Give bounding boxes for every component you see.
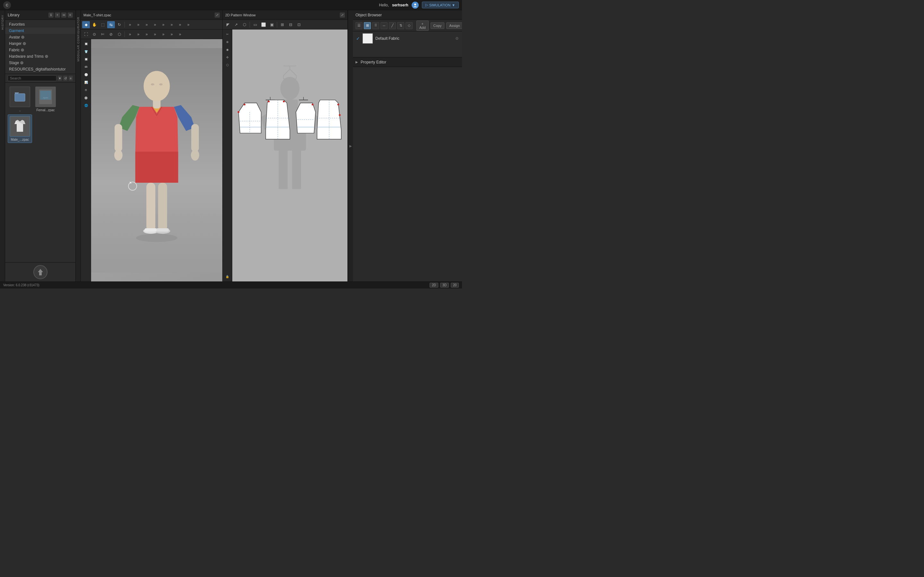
tool-b2[interactable]: »	[134, 31, 142, 38]
library-header: Library ℹ + ⇔ ≡	[5, 10, 75, 20]
history-label: HISTORY	[1, 15, 4, 30]
tool-rect-select[interactable]: ⬚	[99, 21, 107, 28]
btn-20[interactable]: 20	[451, 283, 459, 287]
search-input[interactable]	[8, 75, 57, 81]
tool-t4[interactable]: »	[151, 21, 159, 28]
pt-square[interactable]: ⬜	[260, 21, 267, 28]
tool-t2[interactable]: »	[134, 21, 142, 28]
library-item-parent[interactable]: ..	[8, 85, 32, 113]
library-item-male[interactable]: Male_...zpac	[8, 114, 32, 143]
plt-4[interactable]: ✣	[224, 54, 231, 61]
lt3d-4[interactable]: 🕶	[82, 63, 90, 71]
btn-3d[interactable]: 3D	[440, 283, 449, 287]
plt-5[interactable]: ⬡	[224, 61, 231, 69]
pt-rect[interactable]: ▭	[251, 21, 259, 28]
lt3d-6[interactable]: 📊	[82, 79, 90, 86]
sidebar-item-garment[interactable]: Garment	[5, 27, 75, 34]
library-info-btn[interactable]: ℹ	[48, 13, 53, 18]
right-expand-btn[interactable]: ▶	[348, 10, 353, 282]
tool-a5[interactable]: ⬡	[115, 31, 123, 38]
tool-rotate[interactable]: ↻	[115, 21, 123, 28]
tool-t5[interactable]: »	[160, 21, 167, 28]
btn-2d[interactable]: 2D	[430, 283, 438, 287]
library-expand-btn[interactable]: ⇔	[61, 13, 66, 18]
ob-diagonal-icon[interactable]: ╱	[389, 22, 396, 29]
lt3d-7[interactable]: ⟰	[82, 87, 90, 93]
pt-arrow[interactable]: ↗	[232, 21, 240, 28]
tool-t7[interactable]: »	[176, 21, 184, 28]
svg-point-0	[414, 3, 416, 5]
tool-t8[interactable]: »	[184, 21, 192, 28]
ob-dots-icon[interactable]: ⠿	[372, 22, 379, 29]
add-button[interactable]: + Add	[417, 21, 429, 31]
sidebar-item-hanger[interactable]: Hanger ⓘ	[5, 40, 75, 47]
tool-a2[interactable]: ⊙	[90, 31, 98, 38]
hardware-info-dot: ⓘ	[45, 55, 48, 58]
sidebar-item-fabric[interactable]: Fabric ⓘ	[5, 47, 75, 53]
list-view-btn[interactable]: ≡	[69, 76, 73, 81]
plt-2[interactable]: ⊕	[224, 39, 231, 45]
sidebar-item-avatar[interactable]: Avatar ⓘ	[5, 34, 75, 40]
tool-b1[interactable]: »	[126, 31, 134, 38]
pt-grid[interactable]: ▣	[268, 21, 276, 28]
copy-button[interactable]: Copy	[431, 23, 445, 29]
refresh-btn[interactable]: ↺	[63, 76, 67, 81]
pt-plus[interactable]: ⊞	[278, 21, 286, 28]
ob-grid-icon[interactable]: ⊞	[364, 22, 371, 29]
pattern-expand-btn[interactable]: ⤢	[340, 13, 345, 18]
sidebar-item-favorites[interactable]: Favorites	[5, 21, 75, 27]
simulation-button[interactable]: ▷ SIMULATION ▼	[422, 2, 459, 8]
tool-b4[interactable]: »	[151, 31, 159, 38]
ob-list-icon[interactable]: ☰	[355, 22, 363, 29]
assign-button[interactable]: Assign	[446, 23, 462, 29]
plt-3[interactable]: ◉	[224, 46, 231, 53]
tool-pan[interactable]: ✋	[90, 21, 98, 28]
fabric-settings-icon[interactable]: ⚙	[455, 36, 459, 41]
tool-b6[interactable]: »	[168, 31, 176, 38]
library-add-btn[interactable]: +	[55, 13, 60, 18]
sidebar-item-hardware[interactable]: Hardware and Trims ⓘ	[5, 53, 75, 60]
search-options-btn[interactable]: ▼	[58, 76, 62, 81]
fabric-item-default[interactable]: ✓ Default Fabric ⚙	[353, 31, 462, 45]
library-item-label-male: Male_...zpac	[11, 138, 29, 141]
lt3d-1[interactable]: 🔲	[82, 40, 90, 47]
user-greeting: Hello,	[379, 3, 389, 7]
svg-rect-6	[40, 91, 51, 100]
library-title: Library	[8, 13, 19, 17]
tool-a1[interactable]: ⛶	[82, 31, 90, 38]
library-item-female[interactable]: zpac Femal...zpac	[33, 85, 58, 113]
pt-hex[interactable]: ⬡	[241, 21, 248, 28]
ob-diamond-icon[interactable]: ◇	[405, 22, 413, 29]
pattern-window: 2D Pattern Window ⤢ ◤ ↗ ⬡ ▭ ⬜ ▣ ⊞ ⊟ ⊡ ✂ …	[223, 10, 348, 282]
tool-b5[interactable]: »	[160, 31, 167, 38]
pattern-piece-left-front	[238, 103, 261, 133]
upload-button[interactable]	[33, 265, 47, 279]
library-more-btn[interactable]: ≡	[68, 13, 73, 18]
plt-lock[interactable]: 🔒	[224, 273, 231, 280]
viewport-expand-btn[interactable]: ⤢	[215, 13, 220, 18]
pe-expand-icon[interactable]: ▶	[355, 60, 358, 64]
tool-t6[interactable]: »	[168, 21, 176, 28]
lt3d-3[interactable]: 🔲	[82, 56, 90, 63]
sidebar-item-resources[interactable]: RESOURCES_digitalfashiontutor	[5, 66, 75, 73]
pt-select[interactable]: ◤	[224, 21, 232, 28]
lt3d-9[interactable]: 🌐	[82, 102, 90, 109]
tool-b3[interactable]: »	[143, 31, 150, 38]
sidebar-item-stage[interactable]: Stage ⓘ	[5, 60, 75, 66]
tool-a3[interactable]: ✄	[99, 31, 107, 38]
tool-transform[interactable]: ⇆	[107, 21, 115, 28]
tool-select[interactable]: ◆	[82, 21, 90, 28]
tool-t1[interactable]: »	[126, 21, 134, 28]
tool-t3[interactable]: »	[143, 21, 150, 28]
ob-minus-icon[interactable]: ─	[381, 22, 388, 29]
top-bar-right: Hello, serhserh ▷ SIMULATION ▼	[379, 2, 459, 9]
tool-a4[interactable]: ⊘	[107, 31, 115, 38]
lt3d-5[interactable]: ⚪	[82, 71, 90, 78]
tool-b7[interactable]: »	[176, 31, 184, 38]
ob-arrows-icon[interactable]: ⇅	[397, 22, 404, 29]
plt-1[interactable]: ✂	[224, 31, 231, 38]
lt3d-8[interactable]: ⬤	[82, 94, 90, 101]
pt-minus[interactable]: ⊟	[287, 21, 294, 28]
pt-check[interactable]: ⊡	[295, 21, 303, 28]
lt3d-2[interactable]: 👕	[82, 48, 90, 55]
